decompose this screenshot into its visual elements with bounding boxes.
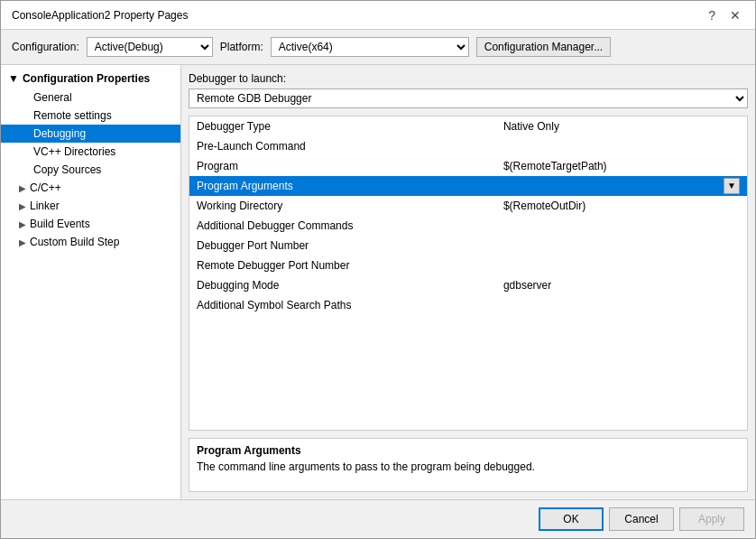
table-row[interactable]: Additional Symbol Search Paths — [189, 295, 747, 315]
table-row[interactable]: Remote Debugger Port Number — [189, 256, 747, 275]
tree-root-label: Configuration Properties — [23, 72, 150, 85]
prop-value-symbol-search — [496, 295, 747, 315]
sidebar-item-vcpp-dirs[interactable]: VC++ Directories — [1, 143, 180, 161]
linker-label: Linker — [30, 200, 60, 212]
prop-value-remote-debugger-port — [496, 256, 747, 275]
bottom-bar: OK Cancel Apply — [1, 499, 755, 538]
prop-value-pre-launch — [496, 136, 747, 156]
table-row[interactable]: Additional Debugger Commands — [189, 216, 747, 236]
config-label: Configuration: — [12, 41, 79, 53]
config-manager-button[interactable]: Configuration Manager... — [476, 37, 611, 57]
properties-table-wrapper: Debugger Type Native Only Pre-Launch Com… — [189, 116, 748, 431]
description-text: The command line arguments to pass to th… — [197, 460, 740, 473]
platform-label: Platform: — [220, 41, 263, 53]
cpp-label: C/C++ — [30, 181, 61, 194]
description-title: Program Arguments — [197, 444, 740, 457]
description-box: Program Arguments The command line argum… — [189, 438, 748, 492]
title-bar-controls: ? ✕ — [705, 8, 744, 23]
sidebar-item-linker[interactable]: ▶ Linker — [1, 197, 180, 215]
content-area: ▼ Configuration Properties General Remot… — [1, 65, 755, 499]
prop-name-symbol-search: Additional Symbol Search Paths — [189, 295, 496, 315]
table-row[interactable]: Program $(RemoteTargetPath) — [189, 156, 747, 176]
cpp-arrow-icon: ▶ — [19, 183, 26, 193]
platform-select[interactable]: Active(x64) — [271, 37, 469, 57]
prop-name-program: Program — [189, 156, 496, 176]
prop-value-program-args: ▼ — [496, 176, 747, 196]
build-events-label: Build Events — [30, 218, 90, 230]
prop-name-program-args: Program Arguments — [189, 176, 496, 196]
prop-value-debugging-mode: gdbserver — [496, 275, 747, 295]
sidebar-item-copy-sources[interactable]: Copy Sources — [1, 161, 180, 179]
help-button[interactable]: ? — [705, 8, 719, 23]
property-pages-dialog: ConsoleApplication2 Property Pages ? ✕ C… — [0, 0, 756, 539]
custom-build-label: Custom Build Step — [30, 236, 119, 248]
apply-button[interactable]: Apply — [679, 507, 744, 531]
prop-name-debugging-mode: Debugging Mode — [189, 275, 496, 295]
prop-name-additional-debugger: Additional Debugger Commands — [189, 216, 496, 236]
cancel-button[interactable]: Cancel — [609, 507, 674, 531]
table-row[interactable]: Debugger Port Number — [189, 236, 747, 256]
prop-name-debugger-type: Debugger Type — [189, 116, 496, 136]
prop-name-remote-debugger-port: Remote Debugger Port Number — [189, 256, 496, 275]
left-panel: ▼ Configuration Properties General Remot… — [1, 65, 181, 499]
table-row[interactable]: Pre-Launch Command — [189, 136, 747, 156]
table-row[interactable]: Working Directory $(RemoteOutDir) — [189, 196, 747, 216]
table-row[interactable]: Debugger Type Native Only — [189, 116, 747, 136]
prop-name-pre-launch: Pre-Launch Command — [189, 136, 496, 156]
sidebar-item-cpp[interactable]: ▶ C/C++ — [1, 179, 180, 197]
build-events-arrow-icon: ▶ — [19, 219, 26, 229]
ok-button[interactable]: OK — [539, 507, 604, 531]
expand-value-button[interactable]: ▼ — [724, 178, 740, 194]
prop-value-additional-debugger — [496, 216, 747, 236]
debugger-select[interactable]: Remote GDB Debugger — [189, 88, 748, 108]
right-panel: Debugger to launch: Remote GDB Debugger … — [181, 65, 755, 499]
dialog-title: ConsoleApplication2 Property Pages — [12, 9, 188, 22]
debugger-dropdown: Remote GDB Debugger — [189, 88, 748, 108]
prop-value-working-dir: $(RemoteOutDir) — [496, 196, 747, 216]
toolbar: Configuration: Active(Debug) Platform: A… — [1, 30, 755, 65]
linker-arrow-icon: ▶ — [19, 201, 26, 211]
table-row[interactable]: Debugging Mode gdbserver — [189, 275, 747, 295]
sidebar-item-general[interactable]: General — [1, 88, 180, 107]
prop-value-debugger-port — [496, 236, 747, 256]
tree-root: ▼ Configuration Properties — [1, 69, 180, 88]
prop-value-debugger-type: Native Only — [496, 116, 747, 136]
custom-build-arrow-icon: ▶ — [19, 237, 26, 247]
sidebar-item-custom-build[interactable]: ▶ Custom Build Step — [1, 233, 180, 251]
close-button[interactable]: ✕ — [726, 8, 744, 23]
sidebar-item-remote-settings[interactable]: Remote settings — [1, 107, 180, 125]
title-bar: ConsoleApplication2 Property Pages ? ✕ — [1, 1, 755, 30]
properties-table: Debugger Type Native Only Pre-Launch Com… — [189, 116, 747, 315]
sidebar-item-build-events[interactable]: ▶ Build Events — [1, 215, 180, 233]
sidebar-item-debugging[interactable]: Debugging — [1, 125, 180, 143]
table-row-selected[interactable]: Program Arguments ▼ — [189, 176, 747, 196]
tree-collapse-icon: ▼ — [8, 72, 19, 85]
debugger-label: Debugger to launch: — [189, 72, 748, 85]
configuration-select[interactable]: Active(Debug) — [87, 37, 213, 57]
prop-name-debugger-port: Debugger Port Number — [189, 236, 496, 256]
prop-value-program: $(RemoteTargetPath) — [496, 156, 747, 176]
prop-name-working-dir: Working Directory — [189, 196, 496, 216]
